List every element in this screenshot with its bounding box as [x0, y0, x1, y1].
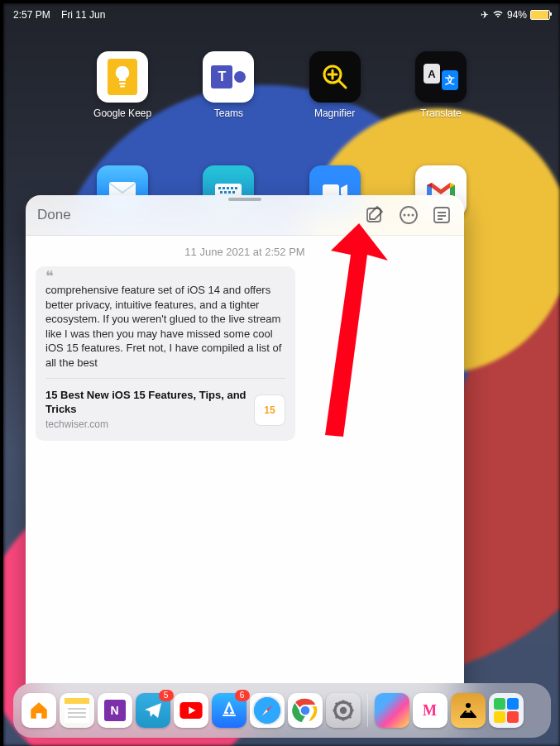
dock-recent-meditate[interactable]: [451, 693, 486, 728]
link-thumbnail: 15: [254, 395, 285, 426]
done-button[interactable]: Done: [37, 207, 71, 223]
dock-recent-m[interactable]: M: [413, 693, 448, 728]
svg-rect-15: [228, 191, 231, 194]
svg-rect-13: [220, 191, 223, 194]
status-left: 2:57 PM Fri 11 Jun: [13, 9, 105, 21]
svg-rect-11: [231, 187, 233, 189]
battery-percent: 94%: [507, 9, 527, 21]
status-right: ✈︎ 94%: [481, 9, 550, 21]
app-label: Teams: [214, 108, 243, 119]
svg-point-44: [339, 707, 346, 714]
wifi-icon: [492, 9, 504, 21]
dock-app-youtube[interactable]: [174, 693, 208, 728]
more-icon[interactable]: [398, 204, 419, 226]
link-preview[interactable]: 15 Best New iOS 15 Features, Tips, and T…: [45, 378, 285, 441]
app-label: Translate: [420, 108, 462, 119]
dock-app-home[interactable]: [22, 693, 56, 728]
svg-rect-16: [232, 191, 235, 194]
quick-note-header: Done: [26, 195, 464, 236]
app-teams[interactable]: T Teams: [175, 51, 281, 119]
app-translate[interactable]: A 文 Translate: [388, 51, 494, 119]
svg-line-3: [339, 81, 346, 88]
svg-rect-12: [235, 187, 237, 189]
battery-icon: [530, 10, 550, 20]
quick-note-body[interactable]: 11 June 2021 at 2:52 PM ❝ comprehensive …: [26, 236, 464, 721]
svg-rect-10: [227, 187, 229, 189]
svg-rect-9: [223, 187, 225, 189]
app-label: Google Keep: [93, 108, 151, 119]
dock-app-chrome[interactable]: [288, 693, 323, 728]
dock-app-appstore[interactable]: 6: [212, 693, 246, 728]
quick-note-panel[interactable]: Done 11 June 2021 at 2:52 PM ❝ comprehen…: [26, 195, 464, 721]
dock-separator: [367, 694, 368, 727]
dock-app-notes[interactable]: [60, 693, 94, 728]
quote-text: comprehensive feature set of iOS 14 and …: [45, 283, 285, 370]
svg-rect-0: [119, 83, 126, 84]
svg-rect-24: [434, 208, 449, 222]
sheet-grabber[interactable]: [228, 198, 261, 201]
svg-point-45: [466, 703, 471, 708]
svg-rect-8: [218, 187, 221, 189]
status-bar: 2:57 PM Fri 11 Jun ✈︎ 94%: [3, 3, 560, 25]
app-label: Magnifier: [314, 108, 355, 119]
translate-icon: A 文: [424, 64, 458, 90]
dock-recent-photos[interactable]: [375, 693, 409, 728]
quote-card[interactable]: ❝ comprehensive feature set of iOS 14 an…: [36, 266, 295, 441]
svg-point-22: [408, 214, 410, 217]
dock: N 5 6: [13, 683, 551, 738]
dock-app-settings[interactable]: [326, 693, 361, 728]
svg-rect-1: [120, 86, 125, 88]
teams-icon: T: [211, 65, 246, 88]
notes-list-icon[interactable]: [431, 204, 452, 226]
magnifier-icon: [319, 61, 351, 93]
keep-icon: [108, 59, 137, 95]
badge: 6: [235, 690, 250, 701]
status-date: Fri 11 Jun: [61, 9, 105, 21]
compose-icon[interactable]: [365, 204, 386, 226]
app-google-keep[interactable]: Google Keep: [69, 51, 175, 119]
dock-app-onenote[interactable]: N: [98, 693, 132, 728]
airplane-icon: ✈︎: [481, 9, 489, 21]
link-title: 15 Best New iOS 15 Features, Tips, and T…: [45, 389, 247, 416]
svg-point-23: [412, 214, 414, 217]
note-timestamp: 11 June 2021 at 2:52 PM: [36, 246, 454, 258]
svg-line-43: [348, 703, 351, 705]
svg-line-40: [335, 703, 337, 705]
dock-app-telegram[interactable]: 5: [136, 693, 170, 728]
dock-recent-apps[interactable]: [489, 693, 524, 728]
svg-line-42: [335, 716, 337, 719]
svg-rect-14: [224, 191, 227, 194]
svg-point-21: [404, 214, 406, 217]
dock-app-safari[interactable]: [250, 693, 285, 728]
badge: 5: [159, 690, 174, 701]
link-domain: techwiser.com: [45, 418, 247, 431]
svg-line-41: [348, 716, 351, 719]
status-clock: 2:57 PM: [13, 9, 50, 21]
app-magnifier[interactable]: Magnifier: [282, 51, 388, 119]
